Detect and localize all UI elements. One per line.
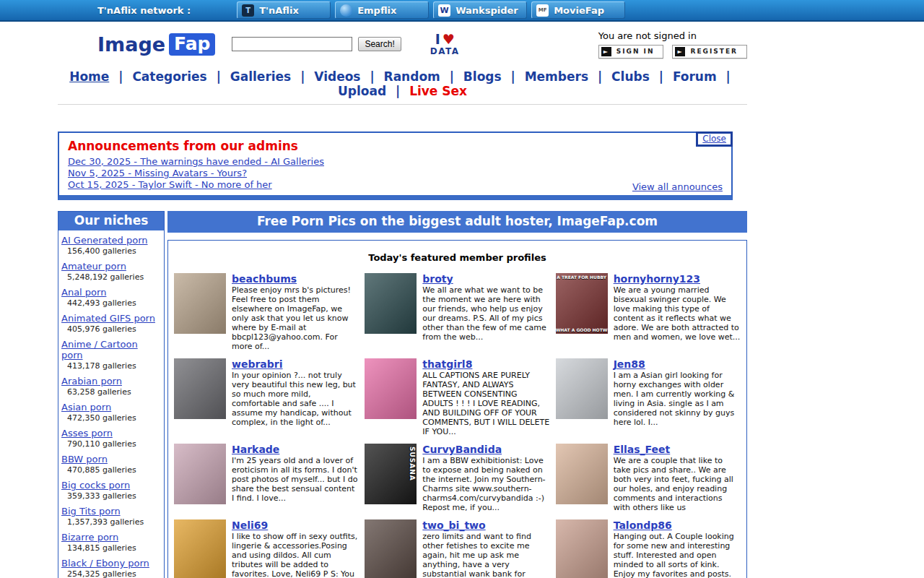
niche-link[interactable]: AI Generated porn <box>61 235 148 246</box>
profile-thumbnail[interactable] <box>365 519 417 578</box>
profile-username-link[interactable]: Ellas_Feet <box>614 444 671 455</box>
network-site-buttons: T T'nAflix Empflix W Wankspider MF Movie… <box>237 1 625 19</box>
nav-link[interactable]: Videos <box>314 69 360 84</box>
nav-separator: | <box>391 84 405 98</box>
nav-link[interactable]: Random <box>384 69 440 84</box>
niche-item: Amateur porn 5,248,192 galleries <box>61 261 161 282</box>
niche-link[interactable]: Anal porn <box>61 287 106 298</box>
profile-thumbnail[interactable] <box>556 519 608 578</box>
profile-description: zero limits and want to find other fetis… <box>422 532 549 578</box>
niche-link[interactable]: Amateur porn <box>61 261 126 272</box>
announcements-panel: Close Announcements from our admins Dec … <box>58 131 733 200</box>
profile-info: beachbums Please enjoy mrs b's pictures!… <box>232 273 359 351</box>
nav-link[interactable]: Upload <box>338 84 386 98</box>
profile-username-link[interactable]: beachbums <box>232 273 297 285</box>
niche-link[interactable]: BBW porn <box>61 454 108 465</box>
announcements-title: Announcements from our admins <box>68 139 723 153</box>
niche-item: Big Tits porn 1,357,393 galleries <box>61 506 161 527</box>
profile-thumbnail[interactable] <box>556 358 608 419</box>
profile-thumbnail[interactable] <box>556 444 608 504</box>
search-button[interactable]: Search! <box>358 37 401 51</box>
nav-link[interactable]: Galleries <box>230 69 291 84</box>
profile-thumbnail[interactable] <box>174 273 226 334</box>
niche-gallery-count: 1,357,393 galleries <box>67 517 161 527</box>
register-button[interactable]: ► REGISTER <box>672 45 747 59</box>
network-site-button[interactable]: Empflix <box>335 1 429 19</box>
niche-link[interactable]: Animated GIFS porn <box>61 313 155 324</box>
profile-thumbnail[interactable]: SUSANA <box>365 444 417 504</box>
signin-area: You are not signed in ► SIGN IN ► REGIST… <box>598 30 747 59</box>
profile-username-link[interactable]: Neli69 <box>232 519 268 531</box>
close-button[interactable]: Close <box>696 131 733 147</box>
niche-link[interactable]: Anime / Cartoon porn <box>61 339 138 361</box>
network-site-label: Empflix <box>357 5 396 16</box>
nav-link[interactable]: Clubs <box>611 69 650 84</box>
niche-link[interactable]: Bizarre porn <box>61 532 118 543</box>
nav-link[interactable]: Home <box>69 69 109 84</box>
profile-username-link[interactable]: CurvyBandida <box>422 444 502 455</box>
member-profile-card: Jen88 I am a Asian girl looking for horn… <box>556 358 741 436</box>
niche-link[interactable]: Black / Ebony porn <box>61 558 149 569</box>
profile-username-link[interactable]: Jen88 <box>614 358 645 370</box>
profile-username-link[interactable]: hornyhorny123 <box>614 273 700 285</box>
ild-data-text: DATA <box>430 47 460 56</box>
profile-thumbnail[interactable] <box>174 519 226 578</box>
nav-link[interactable]: Categories <box>132 69 206 84</box>
niche-gallery-count: 413,178 galleries <box>67 361 161 371</box>
profile-username-link[interactable]: Talondp86 <box>614 519 672 531</box>
niche-item: Arabian porn 63,258 galleries <box>61 376 161 397</box>
profile-username-link[interactable]: Harkade <box>232 444 279 455</box>
profile-info: webrabri In your opinion ?... not truly … <box>232 358 359 436</box>
nav-link[interactable]: Blogs <box>463 69 502 84</box>
member-profile-card: SUSANA CurvyBandida I am a BBW exhibitio… <box>365 444 549 512</box>
profile-thumbnail[interactable] <box>174 358 226 419</box>
network-site-button[interactable]: W Wankspider <box>433 1 527 19</box>
imagefap-logo[interactable]: Image Fap <box>97 33 215 56</box>
thumbnail-caption-bottom: What a good hotwife <box>556 327 608 332</box>
niche-list: AI Generated porn 156,400 galleries Amat… <box>58 230 164 578</box>
nav-link[interactable]: Forum <box>673 69 717 84</box>
profile-username-link[interactable]: two_bi_two <box>422 519 485 531</box>
niche-item: Anime / Cartoon porn 413,178 galleries <box>61 339 161 371</box>
profile-thumbnail[interactable]: A treat for hubby What a good hotwife <box>556 273 608 334</box>
nav-link[interactable]: Live Sex <box>409 84 467 98</box>
niche-gallery-count: 442,493 galleries <box>67 298 161 308</box>
network-site-icon: MF <box>536 4 549 17</box>
niche-link[interactable]: Arabian porn <box>61 376 122 387</box>
profile-description: We all are what we want to be the moment… <box>422 285 549 342</box>
profile-info: Ellas_Feet We are a couple that like to … <box>614 444 741 512</box>
profile-thumbnail[interactable] <box>174 444 226 504</box>
network-site-button[interactable]: MF MovieFap <box>531 1 625 19</box>
nav-separator: | <box>445 69 459 84</box>
niche-link[interactable]: Big cocks porn <box>61 480 130 491</box>
profile-username-link[interactable]: webrabri <box>232 358 283 370</box>
announcement-link[interactable]: Oct 15, 2025 - Taylor Swift - No more of… <box>68 179 272 191</box>
member-profile-card: Ellas_Feet We are a couple that like to … <box>556 444 741 512</box>
nav-link[interactable]: Members <box>525 69 588 84</box>
profile-thumbnail[interactable] <box>365 273 417 334</box>
announcement-link[interactable]: Dec 30, 2025 - The warnings have ended -… <box>68 156 324 168</box>
profile-info: Talondp86 Hanging out. A Couple looking … <box>614 519 741 578</box>
niche-link[interactable]: Big Tits porn <box>61 506 121 517</box>
member-profile-card: beachbums Please enjoy mrs b's pictures!… <box>174 273 359 351</box>
niche-link[interactable]: Asian porn <box>61 402 111 413</box>
niche-link[interactable]: Asses porn <box>61 428 113 439</box>
niche-gallery-count: 790,110 galleries <box>67 439 161 449</box>
close-label: Close <box>698 134 731 144</box>
site-header: Image Fap Search! I♥ DATA You are not si… <box>58 22 747 66</box>
profile-thumbnail[interactable] <box>365 358 417 419</box>
profile-info: hornyhorny123 We are a young married bis… <box>614 273 741 351</box>
niche-gallery-count: 472,350 galleries <box>67 413 161 423</box>
search-input[interactable] <box>232 37 352 51</box>
announcement-link[interactable]: Nov 5, 2025 - Missing Avatars - Yours? <box>68 168 247 179</box>
view-all-announces-link[interactable]: View all announces <box>632 181 723 192</box>
profile-username-link[interactable]: broty <box>422 273 453 285</box>
niches-title: Our niches <box>58 212 164 230</box>
niche-gallery-count: 156,400 galleries <box>67 246 161 256</box>
sign-in-button[interactable]: ► SIGN IN <box>598 45 664 59</box>
niche-item: Bizarre porn 134,815 galleries <box>61 532 161 553</box>
network-site-button[interactable]: T T'nAflix <box>237 1 331 19</box>
niche-gallery-count: 254,325 galleries <box>67 569 161 578</box>
profile-description: I'm 25 years old and a lover of eroticis… <box>232 456 359 503</box>
profile-username-link[interactable]: thatgirl8 <box>422 358 472 370</box>
